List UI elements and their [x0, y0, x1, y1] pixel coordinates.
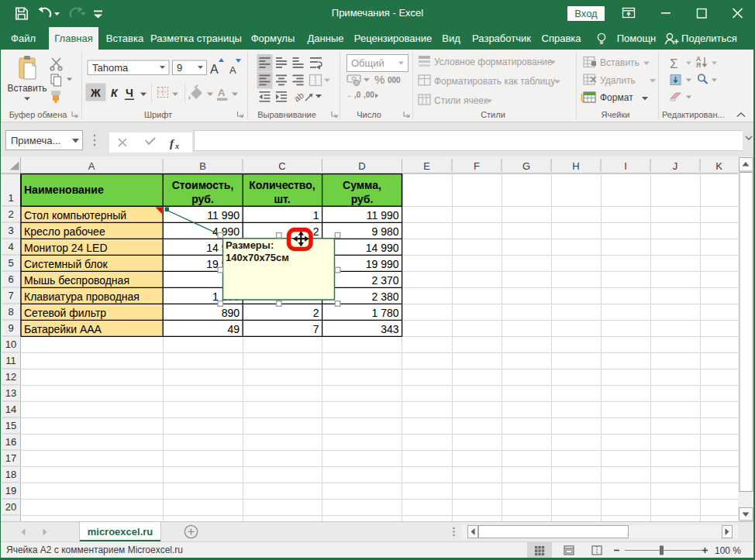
svg-text:1 780: 1 780	[371, 307, 398, 319]
svg-text:←,0: ←,0	[346, 91, 361, 99]
svg-text:19: 19	[5, 485, 16, 496]
svg-text:2: 2	[313, 307, 319, 319]
svg-text:Вставить: Вставить	[8, 83, 47, 94]
svg-text:9: 9	[177, 62, 182, 74]
svg-text:Форматировать как таблицу: Форматировать как таблицу	[434, 76, 555, 87]
svg-text:К: К	[111, 87, 119, 99]
svg-text:Удалить: Удалить	[600, 75, 636, 86]
svg-text:f: f	[170, 137, 175, 149]
svg-text:2 370: 2 370	[371, 274, 398, 287]
svg-text:Tahoma: Tahoma	[92, 62, 129, 74]
svg-text:x: x	[174, 142, 179, 150]
svg-text:15: 15	[5, 420, 16, 431]
svg-text:%: %	[374, 73, 384, 86]
svg-text:Системный блок: Системный блок	[24, 258, 109, 270]
svg-text:14 990: 14 990	[366, 242, 399, 254]
svg-text:9: 9	[8, 322, 13, 334]
svg-text:C: C	[278, 160, 285, 172]
svg-text:49: 49	[227, 323, 240, 335]
svg-text:11 990: 11 990	[367, 209, 399, 222]
svg-text:Клавиатура проводная: Клавиатура проводная	[24, 290, 140, 303]
svg-text:100 %: 100 %	[715, 545, 741, 556]
svg-text:Количество,: Количество,	[249, 179, 315, 191]
svg-text:000: 000	[388, 76, 401, 84]
svg-text:Наименование: Наименование	[24, 184, 104, 196]
svg-text:1: 1	[313, 209, 319, 222]
svg-text:I: I	[624, 160, 627, 172]
svg-text:Монитор 24 LED: Монитор 24 LED	[24, 242, 108, 254]
svg-text:A: A	[88, 160, 95, 172]
svg-text:шт.: шт.	[274, 193, 290, 205]
svg-text:6: 6	[8, 273, 13, 285]
svg-text:руб.: руб.	[191, 193, 214, 205]
svg-text:Число: Число	[357, 110, 381, 119]
svg-text:Ж: Ж	[90, 87, 101, 99]
svg-text:17: 17	[5, 452, 16, 464]
svg-text:ab: ab	[292, 91, 305, 104]
svg-text:E: E	[423, 160, 430, 172]
svg-text:Условное форматирование: Условное форматирование	[434, 57, 553, 67]
svg-text:13: 13	[5, 387, 16, 399]
svg-text:10: 10	[5, 338, 16, 350]
svg-text:Редактирован...: Редактирован...	[662, 110, 725, 119]
svg-text:16: 16	[5, 436, 16, 448]
svg-text:K: K	[715, 160, 722, 172]
svg-text:Σ: Σ	[670, 57, 678, 71]
svg-text:руб.: руб.	[351, 193, 374, 205]
svg-text:4 990: 4 990	[212, 225, 240, 238]
svg-text:11 990: 11 990	[207, 209, 240, 222]
svg-text:Сетевой фильтр: Сетевой фильтр	[24, 307, 106, 319]
svg-text:Стол компьютерный: Стол компьютерный	[24, 209, 126, 222]
svg-text:20: 20	[5, 501, 16, 513]
svg-text:Стили: Стили	[481, 110, 505, 119]
svg-text:Стоимость,: Стоимость,	[172, 179, 234, 191]
svg-text:Выравнивание: Выравнивание	[257, 110, 316, 119]
svg-text:18: 18	[5, 469, 16, 480]
svg-text:,00: ,00	[364, 91, 374, 99]
svg-text:D: D	[358, 160, 365, 172]
svg-text:14: 14	[5, 404, 16, 415]
svg-text:9 980: 9 980	[371, 225, 398, 238]
svg-text:11: 11	[5, 355, 16, 366]
svg-text:Сумма,: Сумма,	[343, 179, 381, 191]
svg-text:Размеры:: Размеры:	[226, 239, 274, 251]
svg-text:Шрифт: Шрифт	[144, 110, 172, 119]
svg-text:7: 7	[313, 323, 319, 335]
svg-text:Ячейки: Ячейки	[602, 110, 630, 119]
svg-text:7: 7	[8, 290, 13, 301]
svg-text:Вставить: Вставить	[600, 57, 640, 68]
svg-text:3: 3	[8, 225, 13, 236]
svg-text:Формат: Формат	[600, 92, 633, 103]
svg-text:F: F	[474, 160, 480, 172]
svg-text:1: 1	[8, 192, 13, 204]
svg-text:2: 2	[8, 208, 13, 220]
svg-text:5: 5	[8, 257, 13, 269]
svg-text:Буфер обмена: Буфер обмена	[9, 110, 68, 119]
svg-text:Общий: Общий	[351, 57, 384, 69]
svg-text:Мышь беспроводная: Мышь беспроводная	[24, 274, 129, 287]
svg-text:Стили ячеек: Стили ячеек	[434, 95, 488, 106]
svg-text:А: А	[210, 63, 219, 76]
svg-text:B: B	[199, 160, 206, 172]
svg-text:G: G	[522, 160, 530, 172]
svg-text:4: 4	[8, 241, 13, 253]
svg-text:2 380: 2 380	[371, 290, 398, 303]
svg-text:H: H	[572, 160, 579, 172]
svg-text:19 990: 19 990	[366, 258, 399, 270]
svg-text:2: 2	[313, 225, 319, 238]
svg-text:J: J	[673, 160, 678, 172]
svg-text:12: 12	[5, 371, 16, 383]
svg-text:А: А	[218, 87, 226, 98]
svg-text:Батарейки ААА: Батарейки ААА	[24, 323, 102, 335]
svg-text:Ч: Ч	[126, 87, 133, 99]
svg-text:140х70х75см: 140х70х75см	[226, 252, 289, 263]
svg-text:343: 343	[381, 323, 399, 335]
svg-text:Я: Я	[696, 61, 701, 69]
svg-text:8: 8	[8, 306, 13, 318]
svg-text:890: 890	[222, 307, 240, 319]
svg-text:А: А	[229, 64, 236, 76]
svg-text:Кресло рабочее: Кресло рабочее	[24, 225, 105, 238]
